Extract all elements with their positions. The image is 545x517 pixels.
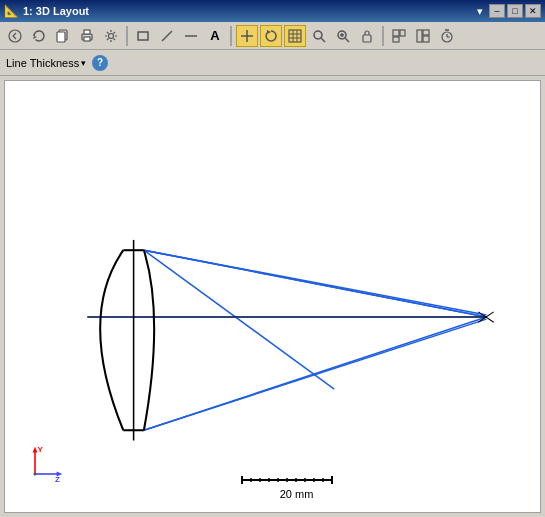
collapse-arrow[interactable]: ▾	[477, 5, 483, 18]
restore-button[interactable]: □	[507, 4, 523, 18]
zoomin-button[interactable]	[332, 25, 354, 47]
rectangle-button[interactable]	[132, 25, 154, 47]
svg-point-0	[9, 30, 21, 42]
minimize-button[interactable]: –	[489, 4, 505, 18]
title-bar: 📐 1: 3D Layout ▾ – □ ✕	[0, 0, 545, 22]
svg-line-19	[321, 38, 325, 42]
svg-line-41	[144, 319, 487, 430]
text-button[interactable]: A	[204, 25, 226, 47]
scale-label: 20 mm	[280, 488, 314, 500]
title-bar-left: 📐 1: 3D Layout	[4, 4, 89, 18]
svg-rect-26	[400, 30, 405, 36]
viewport: Y Z 20 mm	[4, 80, 541, 513]
svg-point-6	[109, 33, 114, 38]
window-title: 1: 3D Layout	[23, 5, 89, 17]
clock-button[interactable]	[436, 25, 458, 47]
svg-rect-29	[423, 30, 429, 35]
axis-indicator: Y Z	[23, 442, 63, 482]
svg-line-40	[144, 250, 487, 315]
svg-marker-12	[267, 30, 271, 34]
settings-button[interactable]	[100, 25, 122, 47]
svg-rect-5	[84, 37, 90, 41]
view2-button[interactable]	[412, 25, 434, 47]
svg-rect-4	[84, 30, 90, 34]
lock-button[interactable]	[356, 25, 378, 47]
refresh-button[interactable]	[28, 25, 50, 47]
linethickness-bar: Line Thickness ▾ ?	[0, 50, 545, 76]
svg-rect-2	[57, 32, 65, 42]
zoom-button[interactable]	[308, 25, 330, 47]
svg-rect-30	[423, 36, 429, 42]
dropdown-arrow-icon: ▾	[81, 58, 86, 68]
y-axis-label: Y	[37, 445, 43, 454]
svg-line-21	[345, 38, 349, 42]
help-button[interactable]: ?	[92, 55, 108, 71]
back-button[interactable]	[4, 25, 26, 47]
separator-2	[230, 26, 232, 46]
toolbar: A	[0, 22, 545, 50]
linethickness-dropdown[interactable]: Line Thickness ▾	[6, 57, 86, 69]
svg-rect-27	[393, 37, 399, 42]
svg-line-39	[144, 250, 334, 389]
line-draw-button[interactable]	[156, 25, 178, 47]
svg-point-18	[314, 31, 322, 39]
hline-button[interactable]	[180, 25, 202, 47]
viewport-svg	[5, 81, 540, 512]
title-bar-controls[interactable]: ▾ – □ ✕	[477, 4, 541, 18]
svg-rect-13	[289, 30, 301, 42]
separator-1	[126, 26, 128, 46]
grid-button[interactable]	[284, 25, 306, 47]
svg-rect-25	[393, 30, 399, 36]
copy-button[interactable]	[52, 25, 74, 47]
linethickness-label: Line Thickness	[6, 57, 79, 69]
rotate-button[interactable]	[260, 25, 282, 47]
svg-line-8	[162, 31, 172, 41]
svg-rect-28	[417, 30, 422, 42]
svg-rect-7	[138, 32, 148, 40]
print-button[interactable]	[76, 25, 98, 47]
view1-button[interactable]	[388, 25, 410, 47]
svg-rect-24	[363, 35, 371, 42]
window-icon: 📐	[4, 4, 19, 18]
z-axis-label: Z	[55, 475, 60, 482]
separator-3	[382, 26, 384, 46]
scale-bar: 20 mm	[237, 470, 357, 500]
svg-point-52	[33, 472, 36, 475]
cursor-tool-button[interactable]	[236, 25, 258, 47]
close-button[interactable]: ✕	[525, 4, 541, 18]
